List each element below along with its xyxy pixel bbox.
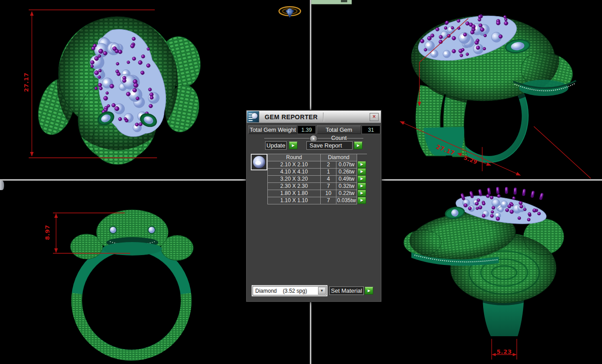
row-forward-button[interactable]: ▶ — [358, 169, 366, 175]
application-window: 27.17 — [0, 0, 602, 364]
dialog-title: GEM REPORTER — [265, 113, 318, 121]
snake-ring-front-render — [70, 210, 193, 355]
set-material-run-button[interactable]: ▶ — [365, 287, 373, 295]
gem-count-cell: 7 — [321, 197, 336, 204]
snake-ring-perspective-render — [411, 6, 576, 169]
gem-thumbnail[interactable] — [251, 154, 267, 170]
material-dropdown[interactable]: Diamond (3.52 spg) ▼ — [253, 286, 327, 295]
gem-count-cell: 7 — [321, 183, 336, 190]
gem-weight-cell: 0.22tw — [336, 190, 357, 197]
forward-icon: ▶ — [360, 191, 363, 195]
gem-size-cell: 1.10 X 1.10 — [268, 197, 321, 204]
forward-icon: ▶ — [357, 143, 359, 147]
gem-weight-cell: 0.49tw — [336, 176, 357, 183]
gem-weight-cell: 0.035tw — [336, 197, 357, 204]
forward-icon: ▶ — [360, 162, 363, 166]
dropdown-button[interactable]: ▼ — [318, 287, 326, 295]
gem-size-cell: 2.30 X 2.30 — [268, 183, 321, 190]
dialog-title-bar[interactable]: GEM REPORTER × — [247, 111, 381, 123]
gem-weight-cell: 0.32tw — [336, 183, 357, 190]
total-gem-count-label: Total Gem Count — [317, 126, 361, 134]
row-forward-button[interactable]: ▶ — [358, 197, 366, 204]
material-selected: Diamond (3.52 spg) — [255, 288, 318, 294]
forward-icon: ▶ — [360, 177, 363, 181]
collapse-up-icon: ▲ — [312, 137, 315, 140]
set-material-button[interactable]: Set Material — [329, 286, 364, 295]
gem-count-cell: 2 — [321, 161, 336, 169]
gem-weight-cell: 0.07tw — [336, 161, 357, 169]
totals-row: Total Gem Weight 1.39 Total Gem Count 31 — [246, 126, 381, 134]
left-edge-widget — [0, 181, 4, 190]
gem-weight-cell: 0.26tw — [336, 169, 357, 176]
dimension-label-shank-width: 5.23 — [495, 348, 514, 355]
total-gem-weight-label: Total Gem Weight — [248, 126, 297, 134]
total-gem-weight-value: 1.39 — [297, 126, 316, 134]
save-report-button[interactable]: Save Report — [306, 141, 353, 150]
update-run-button[interactable]: ▶ — [289, 142, 297, 149]
forward-icon: ▶ — [360, 169, 363, 173]
gem-size-cell: 2.10 X 2.10 — [268, 161, 321, 169]
chevron-down-icon: ▼ — [320, 289, 324, 293]
column-header-diamond: Diamond — [321, 154, 357, 161]
forward-icon: ▶ — [292, 143, 294, 147]
save-report-run-button[interactable]: ▶ — [354, 142, 362, 149]
title-groove — [323, 113, 324, 121]
gem-reporter-icon — [247, 111, 259, 122]
column-header-round: Round — [268, 154, 321, 161]
dimension-label-height: 27.17 — [23, 73, 30, 92]
row-forward-button[interactable]: ▶ — [358, 190, 366, 197]
snake-ring-top-render — [32, 16, 205, 165]
gem-reporter-dialog: GEM REPORTER × Total Gem Weight 1.39 Tot… — [246, 110, 382, 302]
gem-count-cell: 1 — [321, 169, 336, 176]
row-forward-button[interactable]: ▶ — [358, 176, 366, 182]
forward-icon: ▶ — [360, 198, 363, 202]
close-button[interactable]: × — [370, 113, 379, 121]
update-button[interactable]: Update — [265, 141, 287, 150]
total-gem-count-value: 31 — [362, 126, 380, 134]
row-forward-button[interactable]: ▶ — [358, 161, 366, 168]
gem-table: Round Diamond 2.10 X 2.10 2 0.07tw ▶ 4.1… — [267, 154, 367, 204]
close-icon: × — [372, 113, 375, 120]
forward-icon: ▶ — [360, 184, 363, 188]
forward-icon: ▶ — [367, 289, 370, 293]
gem-size-cell: 4.10 X 4.10 — [268, 169, 321, 176]
gem-count-cell: 10 — [321, 190, 336, 197]
gem-count-cell: 4 — [321, 176, 336, 183]
dimension-label-head-height: 8.97 — [44, 224, 51, 241]
gem-size-cell: 3.20 X 3.20 — [268, 176, 321, 183]
top-toolbar-fragment — [311, 0, 352, 4]
snake-ring-side-render — [404, 187, 564, 336]
gem-orientation-gizmo[interactable] — [276, 5, 303, 20]
row-forward-button[interactable]: ▶ — [358, 183, 366, 190]
gem-size-cell: 1.80 X 1.80 — [268, 190, 321, 197]
toolbar-notch — [341, 0, 347, 2]
